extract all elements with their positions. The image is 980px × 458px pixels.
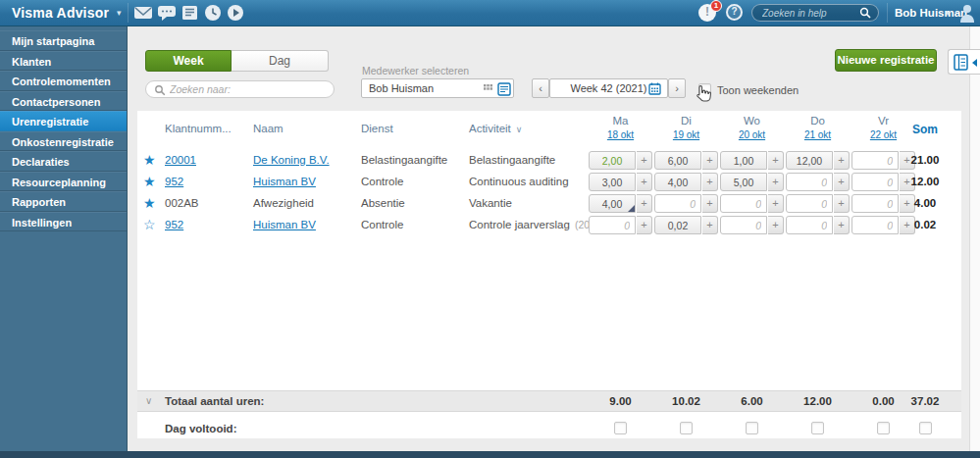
add-hours-button[interactable] xyxy=(702,216,718,234)
client-name-cell: Afwezigheid xyxy=(253,192,355,214)
add-hours-button[interactable] xyxy=(637,216,652,234)
day-date-link-wo[interactable]: 20 okt xyxy=(739,129,765,140)
previous-week-button[interactable] xyxy=(532,78,549,98)
add-hours-button[interactable] xyxy=(834,216,850,234)
brand-dropdown-icon[interactable] xyxy=(117,0,122,25)
divider xyxy=(887,3,888,23)
notes-icon[interactable] xyxy=(181,5,200,21)
row-sum: 12.00 xyxy=(895,171,955,192)
mail-icon[interactable] xyxy=(133,5,153,21)
favorite-star-icon[interactable] xyxy=(143,214,161,235)
client-name-link[interactable]: Huisman BV xyxy=(253,176,316,187)
hours-input[interactable] xyxy=(654,173,701,191)
add-hours-button[interactable] xyxy=(834,194,850,213)
column-header-dienst[interactable]: Dienst xyxy=(361,123,393,134)
hours-input[interactable] xyxy=(851,173,899,191)
sort-down-icon[interactable] xyxy=(516,125,523,134)
search-input[interactable] xyxy=(170,82,327,96)
add-hours-button[interactable] xyxy=(702,151,718,170)
add-hours-button[interactable] xyxy=(768,216,784,234)
clock-icon[interactable] xyxy=(204,4,222,22)
hours-input[interactable] xyxy=(720,216,767,234)
client-number-link[interactable]: 20001 xyxy=(165,154,196,166)
day-date-link-vr[interactable]: 22 okt xyxy=(870,129,897,140)
column-header-klantnummer[interactable]: Klantnumm... xyxy=(165,123,232,134)
day-date-link-ma[interactable]: 18 okt xyxy=(607,129,634,140)
chat-icon[interactable] xyxy=(157,5,177,21)
sidebar-item-onkostenregistratie[interactable]: Onkostenregistratie xyxy=(0,131,127,152)
sidebar-item-klanten[interactable]: Klanten xyxy=(0,51,127,72)
day-complete-checkbox-do[interactable] xyxy=(811,422,824,434)
hours-input[interactable] xyxy=(654,151,701,170)
sidebar-item-contactpersonen[interactable]: Contactpersonen xyxy=(0,91,127,112)
favorite-star-icon[interactable] xyxy=(143,149,161,171)
column-header-activiteit-label: Activiteit xyxy=(469,123,511,134)
add-hours-button[interactable] xyxy=(702,173,718,191)
client-number-link[interactable]: 952 xyxy=(165,176,183,187)
calendar-icon[interactable] xyxy=(648,82,661,95)
hours-input[interactable] xyxy=(720,151,767,170)
employee-select[interactable]: Bob Huisman xyxy=(361,78,514,98)
day-date-link-do[interactable]: 21 okt xyxy=(804,129,831,140)
add-hours-button[interactable] xyxy=(768,194,784,213)
sidebar-item-urenregistratie[interactable]: Urenregistratie xyxy=(0,111,127,131)
week-selector[interactable]: Week 42 (2021) xyxy=(549,78,668,98)
hours-input[interactable] xyxy=(589,173,636,191)
help-icon[interactable] xyxy=(726,4,743,21)
tab-dag[interactable]: Dag xyxy=(232,50,329,72)
client-name-link[interactable]: Huisman BV xyxy=(253,219,316,230)
client-number-link[interactable]: 952 xyxy=(165,219,183,230)
user-dropdown-icon[interactable] xyxy=(946,1,950,26)
sidebar-item-instellingen[interactable]: Instellingen xyxy=(0,212,127,232)
add-hours-button[interactable] xyxy=(637,173,652,191)
hours-input[interactable] xyxy=(589,216,636,234)
day-complete-checkbox-vr[interactable] xyxy=(877,422,890,434)
favorite-star-icon[interactable] xyxy=(143,192,161,214)
favorite-star-icon[interactable] xyxy=(143,171,161,192)
day-complete-checkbox-ma[interactable] xyxy=(614,422,627,434)
hours-input[interactable] xyxy=(720,194,767,213)
hours-input[interactable] xyxy=(654,194,701,213)
column-header-activiteit[interactable]: Activiteit xyxy=(469,123,522,134)
add-hours-button[interactable] xyxy=(637,194,652,213)
activity-cell: Belastingaangifte xyxy=(469,149,602,171)
start-icon[interactable] xyxy=(227,4,244,22)
new-registration-button[interactable]: Nieuwe registratie xyxy=(835,49,937,72)
day-complete-checkbox-wo[interactable] xyxy=(746,422,758,434)
hours-input[interactable] xyxy=(786,194,833,213)
add-hours-button[interactable] xyxy=(768,173,784,191)
sidebar-item-resourceplanning[interactable]: Resourceplanning xyxy=(0,172,127,192)
client-name-link[interactable]: De Koning B.V. xyxy=(253,154,330,166)
hours-input[interactable] xyxy=(786,173,833,191)
add-hours-button[interactable] xyxy=(768,151,784,170)
avatar[interactable] xyxy=(958,3,976,24)
hours-input[interactable] xyxy=(654,216,701,234)
notification-badge: 1 xyxy=(710,0,722,12)
column-header-naam[interactable]: Naam xyxy=(253,123,284,134)
side-panel-toggle-button[interactable] xyxy=(948,49,980,75)
add-hours-button[interactable] xyxy=(834,173,850,191)
collapse-totals-icon[interactable] xyxy=(145,391,152,411)
day-complete-checkbox-som[interactable] xyxy=(919,422,932,434)
hours-input[interactable] xyxy=(851,194,899,213)
sidebar-item-mijn-startpagina[interactable]: Mijn startpagina xyxy=(0,30,127,51)
search-icon[interactable] xyxy=(859,7,871,19)
employee-lookup-icon[interactable] xyxy=(497,82,511,96)
day-date-link-di[interactable]: 19 okt xyxy=(673,129,699,140)
hours-input[interactable] xyxy=(589,151,636,170)
hours-input[interactable] xyxy=(786,216,833,234)
hours-input[interactable] xyxy=(786,151,833,170)
sidebar-item-declaraties[interactable]: Declaraties xyxy=(0,151,127,172)
hours-input[interactable] xyxy=(851,151,899,170)
add-hours-button[interactable] xyxy=(637,151,652,170)
next-week-button[interactable] xyxy=(668,78,686,98)
tab-week[interactable]: Week xyxy=(145,50,232,72)
hours-input[interactable] xyxy=(851,216,899,234)
user-menu[interactable]: Bob Huisman xyxy=(895,0,967,25)
add-hours-button[interactable] xyxy=(702,194,718,213)
add-hours-button[interactable] xyxy=(834,151,850,170)
day-complete-checkbox-di[interactable] xyxy=(680,422,693,434)
sidebar-item-rapporten[interactable]: Rapporten xyxy=(0,191,127,212)
hours-input[interactable] xyxy=(720,173,767,191)
sidebar-item-controlemomenten[interactable]: Controlemomenten xyxy=(0,71,127,91)
